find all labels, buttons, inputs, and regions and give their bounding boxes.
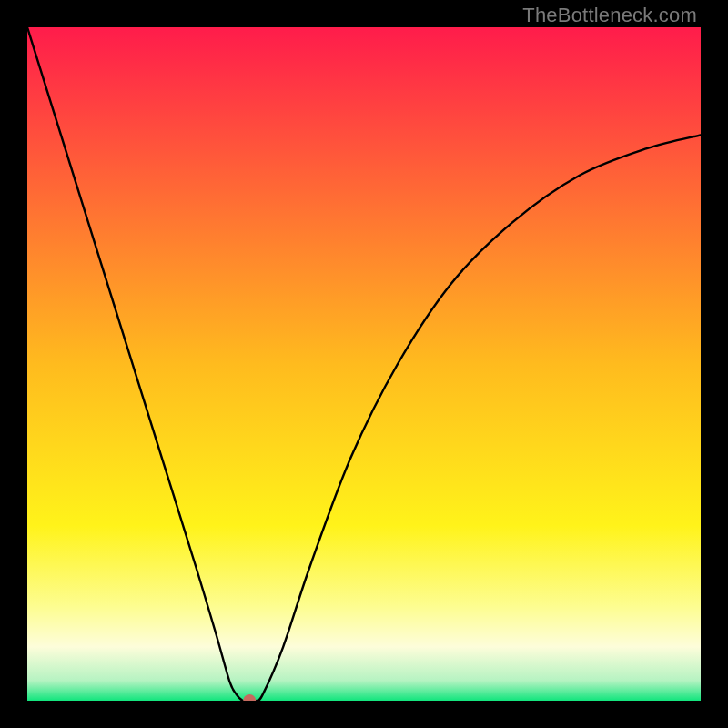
plot-area xyxy=(27,27,701,701)
optimum-marker xyxy=(243,694,256,701)
curve-layer xyxy=(27,27,701,701)
watermark-label: TheBottleneck.com xyxy=(522,4,697,27)
chart-frame: TheBottleneck.com xyxy=(0,0,728,728)
bottleneck-curve xyxy=(27,27,701,701)
